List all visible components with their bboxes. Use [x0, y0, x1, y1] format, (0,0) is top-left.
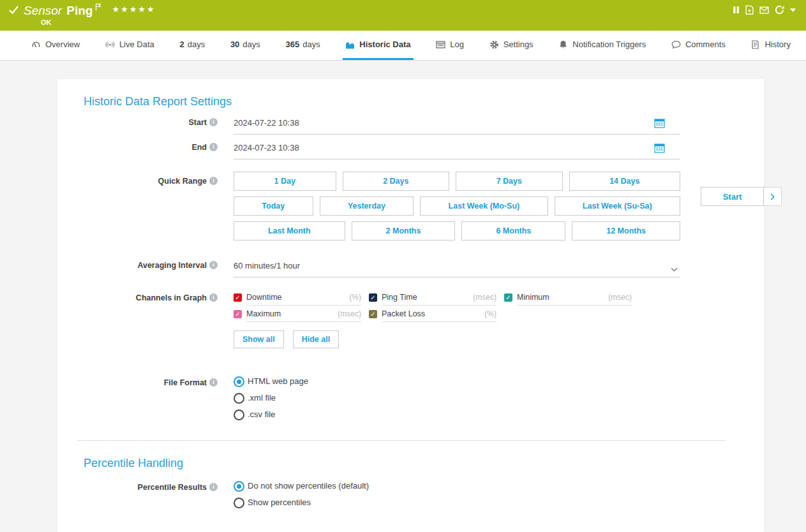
quick-range-last-week-mo-su-button[interactable]: Last Week (Mo-Su): [420, 196, 548, 216]
channel-ping-time: ✓Ping Time(msec): [369, 293, 496, 306]
header-toolbar: [733, 5, 796, 15]
calendar-icon[interactable]: [654, 143, 665, 158]
prtg-sensor-page: Sensor Ping ★★★★★ OK O: [0, 0, 806, 532]
radio-icon[interactable]: [234, 393, 244, 404]
percentile-option-do-not-show-percentiles-default[interactable]: Do not show percentiles (default): [234, 480, 680, 492]
tab-overview[interactable]: Overview: [29, 31, 82, 60]
info-icon[interactable]: [209, 293, 218, 302]
channel-minimum: ✓Minimum(msec): [504, 293, 632, 306]
radio-label: Do not show percentiles (default): [248, 480, 369, 492]
tab-label: days: [188, 40, 205, 49]
tab-365-days[interactable]: 365days: [283, 31, 323, 60]
tab-label: Settings: [504, 40, 534, 49]
quick-range-last-week-su-sa-button[interactable]: Last Week (Su-Sa): [555, 196, 680, 216]
tab-label: days: [302, 40, 320, 49]
channel-checkbox[interactable]: ✓: [369, 293, 377, 302]
quick-range-1-day-button[interactable]: 1 Day: [234, 172, 336, 191]
file-format-option-html-web-page[interactable]: HTML web page: [234, 376, 680, 387]
radio-icon[interactable]: [234, 481, 244, 492]
quick-range-grid: 1 Day2 Days7 Days14 DaysTodayYesterdayLa…: [234, 172, 680, 246]
hide-all-button[interactable]: Hide all: [293, 330, 339, 348]
channel-unit: (msec): [338, 309, 361, 318]
quick-range-yesterday-button[interactable]: Yesterday: [320, 196, 414, 216]
end-datetime-input[interactable]: 2024-07-23 10:38: [234, 142, 680, 159]
tab-label: days: [243, 40, 260, 49]
tab-number: 30: [230, 40, 239, 49]
quick-range-today-button[interactable]: Today: [234, 196, 313, 216]
show-all-button[interactable]: Show all: [234, 330, 284, 348]
channel-name: Maximum: [246, 309, 281, 318]
tab-label: Notification Triggers: [572, 40, 646, 49]
pause-icon[interactable]: [733, 6, 740, 14]
tab-settings[interactable]: Settings: [487, 31, 536, 60]
chevron-right-icon[interactable]: [764, 187, 782, 206]
averaging-interval-select[interactable]: 60 minutes/1 hour: [234, 260, 680, 277]
channel-name: Ping Time: [382, 293, 417, 302]
channel-checkbox[interactable]: ✓: [234, 310, 242, 318]
calendar-icon[interactable]: [654, 118, 665, 133]
email-icon[interactable]: [759, 6, 769, 14]
file-format-option-csv-file[interactable]: .csv file: [234, 409, 680, 420]
report-icon[interactable]: [745, 5, 754, 15]
tab-label: Log: [450, 40, 464, 49]
tab-number: 365: [286, 40, 300, 49]
quick-range-row: Quick Range 1 Day2 Days7 Days14 DaysToda…: [84, 172, 745, 246]
tab-label: Historic Data: [359, 40, 410, 49]
tab-historic-data[interactable]: Historic Data: [343, 31, 413, 60]
tab-number: 2: [179, 40, 184, 49]
channel-checkbox[interactable]: ✓: [369, 310, 377, 318]
quick-range-label: Quick Range: [84, 176, 207, 187]
tab-label: Comments: [685, 40, 726, 49]
radio-icon[interactable]: [234, 498, 244, 508]
start-button[interactable]: Start: [701, 187, 764, 206]
channel-checkbox[interactable]: ✓: [234, 293, 242, 302]
tab-notification-triggers[interactable]: Notification Triggers: [556, 31, 648, 60]
start-row: Start 2024-07-22 10:38: [84, 117, 745, 135]
quick-range-2-months-button[interactable]: 2 Months: [352, 221, 456, 240]
start-datetime-input[interactable]: 2024-07-22 10:38: [234, 117, 680, 135]
channels-grid: ✓Downtime(%)✓Ping Time(msec)✓Minimum(mse…: [234, 293, 680, 322]
tab-history[interactable]: History: [748, 31, 793, 60]
percentile-results-label: Percentile Results: [84, 482, 207, 493]
tab-2-days[interactable]: 2days: [177, 31, 207, 60]
info-icon[interactable]: [209, 378, 218, 387]
section-title-percentile: Percentile Handling: [84, 456, 745, 470]
tab-comments[interactable]: Comments: [669, 31, 728, 60]
info-icon[interactable]: [209, 483, 218, 491]
radio-label: .xml file: [248, 392, 276, 404]
tab-label: Live Data: [119, 40, 154, 49]
bell-icon: [558, 40, 568, 49]
quick-range-button-row: Last Month2 Months6 Months12 Months: [234, 221, 680, 240]
quick-range-12-months-button[interactable]: 12 Months: [572, 221, 680, 240]
percentile-option-show-percentiles[interactable]: Show percentiles: [234, 497, 680, 508]
info-icon[interactable]: [209, 118, 218, 126]
quick-range-2-days-button[interactable]: 2 Days: [343, 172, 450, 191]
refresh-icon[interactable]: [775, 5, 784, 15]
channel-checkbox[interactable]: ✓: [504, 293, 512, 302]
priority-stars[interactable]: ★★★★★: [112, 4, 155, 14]
quick-range-14-days-button[interactable]: 14 Days: [569, 172, 680, 191]
info-icon[interactable]: [209, 261, 218, 269]
file-format-options: HTML web page.xml file.csv file: [234, 376, 680, 425]
radio-icon[interactable]: [234, 410, 244, 420]
quick-range-6-months-button[interactable]: 6 Months: [461, 221, 565, 240]
quick-range-7-days-button[interactable]: 7 Days: [456, 172, 563, 191]
averaging-interval-label: Averaging Interval: [84, 260, 207, 271]
file-format-option-xml-file[interactable]: .xml file: [234, 392, 680, 404]
info-icon[interactable]: [209, 177, 218, 185]
file-format-label: File Format: [84, 378, 207, 388]
tab-log[interactable]: Log: [433, 31, 466, 60]
percentile-results-row: Percentile Results Do not show percentil…: [84, 480, 745, 514]
info-icon[interactable]: [209, 143, 218, 151]
end-row: End 2024-07-23 10:38: [84, 142, 745, 159]
tab-live-data[interactable]: Live Data: [103, 31, 157, 60]
tab-30-days[interactable]: 30days: [228, 31, 263, 60]
quick-range-last-month-button[interactable]: Last Month: [234, 221, 345, 240]
caret-down-icon[interactable]: [790, 8, 796, 12]
end-label: End: [84, 142, 207, 153]
channel-maximum: ✓Maximum(msec): [234, 309, 361, 322]
radio-icon[interactable]: [234, 376, 244, 387]
channel-unit: (%): [349, 293, 361, 302]
flag-icon[interactable]: [95, 2, 101, 13]
averaging-interval-row: Averaging Interval 60 minutes/1 hour: [84, 260, 745, 277]
